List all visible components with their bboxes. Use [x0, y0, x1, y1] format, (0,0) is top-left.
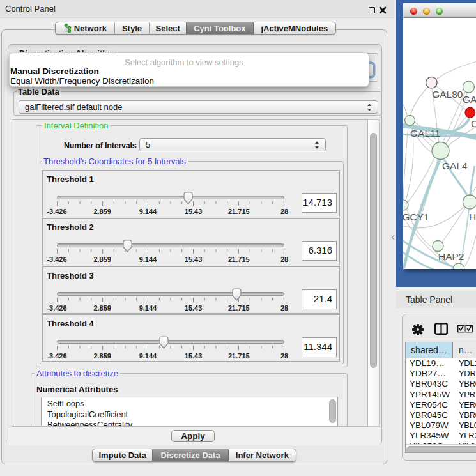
- svg-text:GAL4: GAL4: [442, 160, 468, 171]
- svg-text:GAL80: GAL80: [432, 89, 463, 100]
- svg-text:GAL11: GAL11: [410, 128, 440, 139]
- svg-text:CD: CD: [471, 118, 476, 129]
- svg-text:GCY1: GCY1: [403, 211, 429, 222]
- svg-text:GAL2: GAL2: [463, 94, 476, 105]
- svg-text:HA: HA: [469, 211, 476, 222]
- svg-text:HAP2: HAP2: [438, 251, 464, 262]
